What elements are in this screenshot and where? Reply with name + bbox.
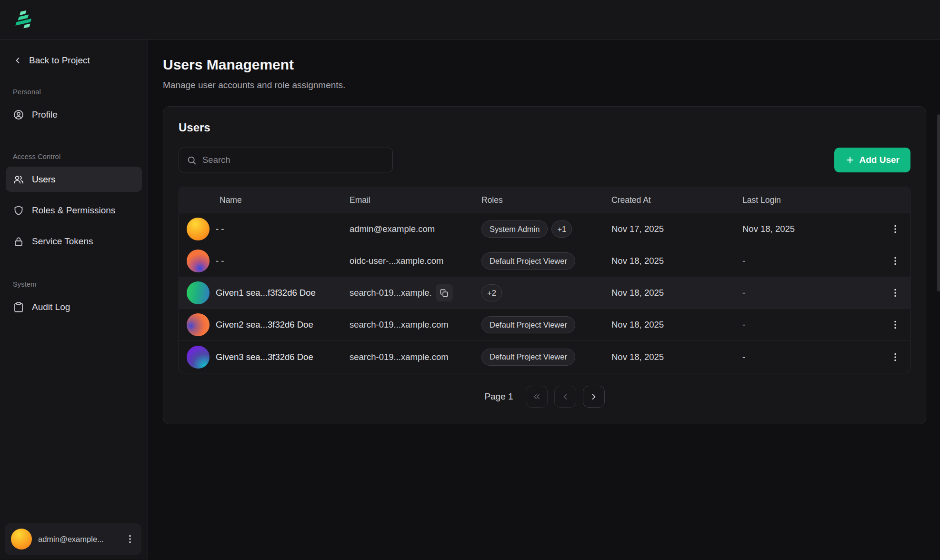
chevron-left-icon (560, 392, 570, 401)
user-name: - - (216, 224, 224, 234)
users-icon (13, 174, 24, 185)
row-kebab-menu-icon[interactable] (890, 224, 900, 234)
section-label-system: System (0, 280, 148, 288)
chevron-left-icon (13, 56, 22, 65)
created-at: Nov 18, 2025 (611, 320, 664, 330)
avatar (187, 281, 210, 304)
page-subtitle: Manage user accounts and role assignment… (163, 80, 926, 90)
sidebar-user-menu[interactable]: admin@example... (5, 523, 141, 555)
user-email: search-019...xample.com (350, 352, 449, 362)
column-header-created-at: Created At (611, 195, 742, 205)
column-header-name: Name (179, 195, 350, 205)
table-row[interactable]: - - oidc-user-...xample.com Default Proj… (179, 245, 910, 277)
add-user-button[interactable]: Add User (834, 148, 910, 172)
section-label-personal: Personal (0, 88, 148, 96)
sidebar-item-users[interactable]: Users (6, 167, 142, 192)
add-user-label: Add User (860, 155, 900, 165)
chevron-right-icon (589, 392, 599, 401)
last-login: Nov 18, 2025 (742, 224, 795, 234)
card-heading: Users (179, 121, 910, 134)
first-page-button[interactable] (526, 386, 548, 408)
users-table: Name Email Roles Created At Last Login -… (179, 187, 910, 373)
last-login: - (742, 256, 745, 266)
copy-email-button[interactable] (436, 284, 453, 301)
search-icon (187, 155, 197, 165)
row-kebab-menu-icon[interactable] (890, 352, 900, 362)
sidebar-user-email: admin@example... (38, 535, 119, 544)
search-box (179, 148, 393, 172)
sidebar-item-label: Service Tokens (32, 236, 93, 247)
search-input[interactable] (202, 155, 385, 165)
user-email: search-019...xample. (350, 288, 432, 298)
shield-icon (13, 205, 24, 216)
role-badge: Default Project Viewer (481, 252, 575, 270)
plus-icon (845, 155, 855, 165)
scrollbar-thumb[interactable] (937, 114, 940, 291)
column-header-email: Email (350, 195, 481, 205)
sidebar-item-label: Roles & Permissions (32, 205, 115, 216)
sidebar-item-label: Users (32, 174, 56, 185)
sidebar-item-audit-log[interactable]: Audit Log (6, 294, 142, 320)
table-controls: Add User (179, 148, 910, 172)
created-at: Nov 18, 2025 (611, 288, 664, 298)
table-row[interactable]: - - admin@example.com System Admin +1 No… (179, 213, 910, 245)
role-badge: Default Project Viewer (481, 349, 575, 366)
back-to-project-button[interactable]: Back to Project (0, 51, 148, 70)
sidebar-item-service-tokens[interactable]: Service Tokens (6, 229, 142, 254)
topbar (0, 0, 940, 40)
column-header-roles: Roles (481, 195, 611, 205)
user-email: oidc-user-...xample.com (350, 256, 443, 266)
sidebar-item-label: Audit Log (32, 302, 70, 312)
avatar (187, 313, 210, 336)
table-row[interactable]: Given3 sea...3f32d6 Doe search-019...xam… (179, 341, 910, 373)
sidebar-item-profile[interactable]: Profile (6, 102, 142, 127)
page-title: Users Management (163, 57, 926, 73)
role-badge: System Admin (481, 220, 548, 238)
copy-icon (440, 289, 449, 298)
column-header-last-login: Last Login (742, 195, 880, 205)
section-label-access-control: Access Control (0, 153, 148, 160)
row-kebab-menu-icon[interactable] (890, 288, 900, 298)
users-card: Users Add User Name Email Roles (163, 106, 926, 424)
sidebar: Back to Project Personal Profile Access … (0, 40, 148, 560)
chevrons-left-icon (532, 392, 541, 401)
role-badge: Default Project Viewer (481, 316, 575, 333)
avatar (187, 346, 210, 369)
user-email: admin@example.com (350, 224, 435, 234)
main-content: Users Management Manage user accounts an… (148, 40, 940, 560)
avatar (187, 250, 210, 272)
pagination: Page 1 (179, 386, 910, 408)
back-to-project-label: Back to Project (29, 55, 90, 66)
extra-roles-pill: +1 (551, 220, 572, 238)
user-name: Given1 sea...f3f32d6 Doe (216, 288, 316, 298)
user-name: - - (216, 256, 224, 266)
clipboard-icon (13, 301, 24, 313)
last-login: - (742, 352, 745, 362)
created-at: Nov 18, 2025 (611, 352, 664, 362)
avatar (11, 529, 32, 550)
previous-page-button[interactable] (554, 386, 576, 408)
user-name: Given2 sea...3f32d6 Doe (216, 320, 313, 330)
page-indicator: Page 1 (484, 391, 513, 402)
table-row[interactable]: Given1 sea...f3f32d6 Doe search-019...xa… (179, 277, 910, 309)
row-kebab-menu-icon[interactable] (890, 320, 900, 330)
sidebar-item-roles-permissions[interactable]: Roles & Permissions (6, 198, 142, 223)
user-name: Given3 sea...3f32d6 Doe (216, 352, 313, 362)
next-page-button[interactable] (583, 386, 605, 408)
last-login: - (742, 288, 745, 298)
created-at: Nov 17, 2025 (611, 224, 664, 234)
user-circle-icon (13, 109, 24, 120)
brand-logo-icon[interactable] (12, 9, 34, 30)
avatar (187, 218, 210, 240)
user-email: search-019...xample.com (350, 320, 449, 330)
created-at: Nov 18, 2025 (611, 256, 664, 266)
table-header-row: Name Email Roles Created At Last Login (179, 187, 910, 213)
row-kebab-menu-icon[interactable] (890, 256, 900, 266)
lock-icon (13, 236, 24, 247)
sidebar-item-label: Profile (32, 110, 58, 120)
table-row[interactable]: Given2 sea...3f32d6 Doe search-019...xam… (179, 309, 910, 341)
kebab-menu-icon[interactable] (125, 534, 135, 544)
extra-roles-pill: +2 (481, 284, 502, 301)
last-login: - (742, 320, 745, 330)
